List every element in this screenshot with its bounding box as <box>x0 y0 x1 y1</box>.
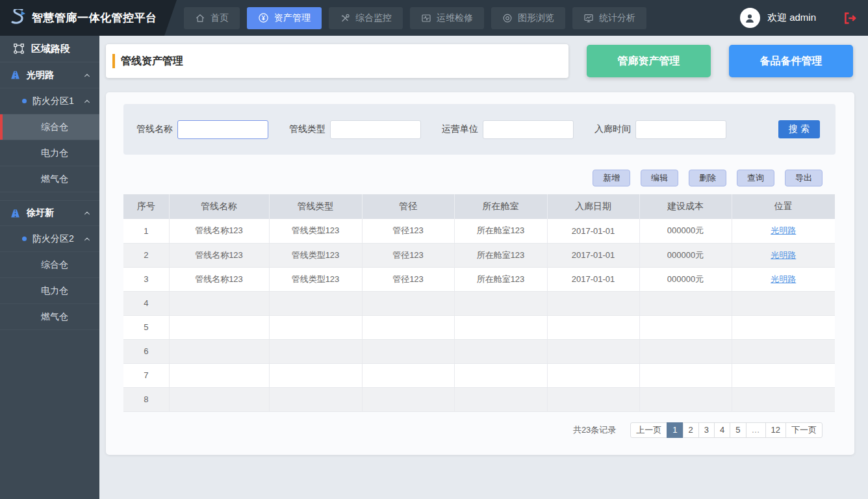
zone-dot-icon <box>22 237 27 241</box>
table-cell <box>269 291 362 315</box>
table-cell: 6 <box>123 339 169 363</box>
page-button-4[interactable]: 4 <box>714 422 730 438</box>
column-header: 入廊日期 <box>547 194 639 219</box>
gallery-assets-button[interactable]: 管廊资产管理 <box>587 45 711 77</box>
pipeline-type-input[interactable] <box>330 120 421 139</box>
table-cell <box>547 363 639 387</box>
table-cell <box>362 387 454 411</box>
table-cell <box>547 291 639 315</box>
table-row: 6 <box>123 339 835 363</box>
location-link[interactable]: 光明路 <box>771 225 796 235</box>
sidebar-header-label: 区域路段 <box>31 43 70 55</box>
table-cell: 000000元 <box>639 267 732 291</box>
nav-item-maintenance[interactable]: 运维检修 <box>410 7 484 29</box>
main-area: 管线资产管理 管廊资产管理 备品备件管理 管线名称管线类型运营单位入廊时间搜 索… <box>99 36 868 499</box>
table-cell <box>269 315 362 339</box>
page-button-1[interactable]: 1 <box>667 422 683 438</box>
table-header: 序号管线名称管线类型管径所在舱室入廊日期建设成本位置 <box>123 194 835 219</box>
spare-parts-button[interactable]: 备品备件管理 <box>729 45 853 77</box>
table-cell <box>362 315 454 339</box>
table-cell <box>169 291 269 315</box>
sidebar-item-ranqi-cang-2[interactable]: 燃气仓 <box>0 304 99 330</box>
road-icon <box>10 70 21 80</box>
page-button-5[interactable]: 5 <box>730 422 746 438</box>
sidebar-item-zonghe-cang-1[interactable]: 综合仓 <box>0 114 99 140</box>
table-cell <box>454 315 547 339</box>
sidebar-item-zonghe-cang-2[interactable]: 综合仓 <box>0 252 99 278</box>
search-field-pipeline-type: 管线类型 <box>289 120 421 139</box>
add-button[interactable]: 新增 <box>593 170 630 186</box>
table-cell: 管径123 <box>362 243 454 267</box>
table-body: 1管线名称123管线类型123管径123所在舱室1232017-01-01000… <box>123 219 835 411</box>
table-cell: 光明路 <box>732 219 835 243</box>
sidebar-item-dianli-cang-1[interactable]: 电力仓 <box>0 140 99 166</box>
sidebar-item-label: 综合仓 <box>41 122 68 133</box>
entry-time-input[interactable] <box>635 120 726 139</box>
table-cell <box>454 291 547 315</box>
page-button-3[interactable]: 3 <box>698 422 715 438</box>
page-button-下一页[interactable]: 下一页 <box>785 422 823 438</box>
table-cell: 所在舱室123 <box>454 243 547 267</box>
delete-button[interactable]: 删除 <box>689 170 726 186</box>
export-button[interactable]: 导出 <box>785 170 823 186</box>
sidebar-item-guangminglu[interactable]: 光明路 <box>0 62 99 88</box>
title-row: 管线资产管理 管廊资产管理 备品备件管理 <box>106 44 853 78</box>
table-cell <box>454 387 547 411</box>
pipeline-name-input[interactable] <box>177 120 268 139</box>
location-link[interactable]: 光明路 <box>771 250 796 260</box>
sidebar-item-label: 电力仓 <box>41 285 68 297</box>
page-ellipsis: … <box>746 422 766 438</box>
nav-item-statistics[interactable]: 统计分析 <box>572 7 646 29</box>
page-button-2[interactable]: 2 <box>683 422 699 438</box>
page-button-12[interactable]: 12 <box>765 422 786 438</box>
sidebar: 区域路段 光明路防火分区1综合仓电力仓燃气仓徐圩新防火分区2综合仓电力仓燃气仓 <box>0 36 99 499</box>
table-cell <box>169 363 269 387</box>
table-cell: 2017-01-01 <box>547 267 639 291</box>
sidebar-item-label: 防火分区1 <box>32 96 74 107</box>
column-header: 建设成本 <box>639 194 732 219</box>
table-cell: 管径123 <box>362 219 454 243</box>
table-row: 4 <box>123 291 835 315</box>
nav-item-assets[interactable]: 资产管理 <box>247 7 322 29</box>
sidebar-item-fire-zone-2[interactable]: 防火分区2 <box>0 226 99 252</box>
table-row: 7 <box>123 363 835 387</box>
sidebar-item-label: 光明路 <box>27 70 54 81</box>
nav-item-home[interactable]: 首页 <box>184 7 240 29</box>
yen-circle-icon <box>258 12 269 23</box>
sidebar-item-xuweixin[interactable]: 徐圩新 <box>0 200 99 226</box>
table-cell: 管线名称123 <box>169 267 269 291</box>
table-row: 8 <box>123 387 835 411</box>
table-cell <box>732 363 835 387</box>
sidebar-item-label: 防火分区2 <box>32 233 74 245</box>
edit-button[interactable]: 编辑 <box>641 170 678 186</box>
chevron-up-icon <box>83 71 91 79</box>
sidebar-item-dianli-cang-2[interactable]: 电力仓 <box>0 278 99 304</box>
table-cell <box>269 339 362 363</box>
title-accent-bar <box>112 54 115 68</box>
search-button[interactable]: 搜 索 <box>778 120 820 138</box>
query-button[interactable]: 查询 <box>737 170 774 186</box>
page-button-上一页[interactable]: 上一页 <box>630 422 667 438</box>
sidebar-item-ranqi-cang-1[interactable]: 燃气仓 <box>0 166 99 192</box>
table-row: 1管线名称123管线类型123管径123所在舱室1232017-01-01000… <box>123 219 835 243</box>
page-title-card: 管线资产管理 <box>106 44 568 78</box>
user-avatar[interactable] <box>740 8 760 28</box>
table-cell <box>639 315 732 339</box>
location-link[interactable]: 光明路 <box>771 274 796 284</box>
sidebar-item-label: 综合仓 <box>41 259 68 271</box>
table-cell: 2017-01-01 <box>547 219 639 243</box>
nav-item-label: 综合监控 <box>355 12 392 24</box>
operator-unit-input[interactable] <box>483 120 574 139</box>
road-icon <box>10 209 21 218</box>
logout-icon[interactable] <box>842 10 858 26</box>
table-cell: 管线类型123 <box>269 219 362 243</box>
pagination: 上一页12345…12下一页 <box>630 422 823 438</box>
sidebar-item-fire-zone-1[interactable]: 防火分区1 <box>0 88 99 114</box>
nav-item-monitoring[interactable]: 综合监控 <box>329 7 403 29</box>
pagination-row: 共23条记录 上一页12345…12下一页 <box>123 422 836 438</box>
body-row: 区域路段 光明路防火分区1综合仓电力仓燃气仓徐圩新防火分区2综合仓电力仓燃气仓 … <box>0 36 868 499</box>
nav-item-label: 统计分析 <box>599 12 635 24</box>
table-cell: 管径123 <box>362 267 454 291</box>
nav-item-graphics[interactable]: 图形浏览 <box>491 7 565 29</box>
table-cell <box>547 315 639 339</box>
